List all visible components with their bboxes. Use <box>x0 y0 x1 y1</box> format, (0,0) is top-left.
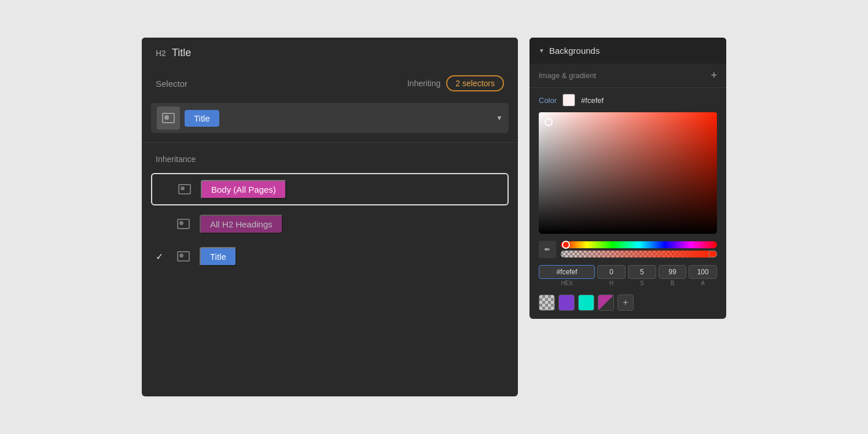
add-background-button[interactable]: + <box>711 69 717 82</box>
title-icon <box>177 251 190 262</box>
selector-icon <box>162 113 175 123</box>
color-hex-display: #fcefef <box>581 96 604 105</box>
panel-header: H2 Title <box>142 38 518 68</box>
inheritance-section: Inheritance ✓ Body (All Pages) ✓ All H2 … <box>142 142 518 286</box>
body-icon <box>178 184 191 194</box>
image-gradient-row: Image & gradient + <box>529 64 726 88</box>
s-label: S <box>640 280 644 286</box>
title-badge-button[interactable]: Title <box>200 247 237 266</box>
chevron-down-icon: ▼ <box>496 114 503 122</box>
backgrounds-title: Backgrounds <box>549 46 717 56</box>
inh-icon-body <box>174 179 195 200</box>
opacity-overlay <box>561 251 717 258</box>
opacity-end-box <box>709 251 717 258</box>
panel-title: Title <box>172 47 191 59</box>
b-label: B <box>671 280 675 286</box>
opacity-slider[interactable] <box>561 251 717 258</box>
sliders-row: ✒ <box>529 238 726 263</box>
b-field: B <box>659 265 687 286</box>
selectors-badge-button[interactable]: 2 selectors <box>446 75 504 91</box>
swatches-row: + <box>529 289 726 319</box>
selector-right: Inheriting 2 selectors <box>407 75 504 91</box>
hex-input[interactable] <box>539 265 595 279</box>
hsba-row: HEX H S B A <box>529 263 726 289</box>
swatch-magenta[interactable] <box>598 295 614 311</box>
h-input[interactable] <box>597 265 626 279</box>
h-label: H <box>609 280 613 286</box>
hex-label: HEX <box>561 280 573 286</box>
s-input[interactable] <box>628 265 656 279</box>
picker-handle[interactable] <box>545 118 553 126</box>
sliders-column <box>561 241 717 258</box>
hue-slider[interactable] <box>561 241 717 248</box>
color-swatch[interactable] <box>562 94 575 106</box>
check-icon-title: ✓ <box>156 251 167 262</box>
selector-row: Selector Inheriting 2 selectors <box>142 68 518 103</box>
color-label: Color <box>539 96 557 105</box>
add-swatch-button[interactable]: + <box>617 295 634 311</box>
color-picker-canvas[interactable] <box>539 112 717 234</box>
selector-picker[interactable]: Title ▼ <box>151 103 509 133</box>
hex-field: HEX <box>539 265 595 286</box>
eyedropper-icon: ✒ <box>544 245 551 254</box>
s-field: S <box>628 265 656 286</box>
color-dark-layer <box>539 112 717 234</box>
inheriting-label: Inheriting <box>407 79 441 88</box>
image-gradient-label: Image & gradient <box>539 71 596 80</box>
a-field: A <box>689 265 717 286</box>
h2-badge: H2 <box>156 49 166 58</box>
triangle-icon: ▼ <box>539 47 545 54</box>
a-input[interactable] <box>689 265 717 279</box>
h2-icon <box>177 219 190 229</box>
inheritance-item-body[interactable]: ✓ Body (All Pages) <box>151 173 509 205</box>
body-badge-button[interactable]: Body (All Pages) <box>201 180 286 199</box>
hue-thumb <box>562 241 570 249</box>
swatch-cyan[interactable] <box>578 295 594 311</box>
h2-badge-button[interactable]: All H2 Headings <box>200 215 283 234</box>
selector-icon-box <box>157 106 180 130</box>
color-row: Color #fcefef <box>529 88 726 112</box>
swatch-transparent[interactable] <box>539 295 555 311</box>
right-panel: ▼ Backgrounds Image & gradient + Color #… <box>529 38 726 319</box>
left-panel: H2 Title Selector Inheriting 2 selectors… <box>142 38 518 396</box>
eyedropper-button[interactable]: ✒ <box>539 241 556 258</box>
h-field: H <box>597 265 626 286</box>
inheritance-title: Inheritance <box>151 155 509 173</box>
right-panel-header: ▼ Backgrounds <box>529 38 726 64</box>
inh-icon-h2 <box>173 214 194 234</box>
inheritance-item-title[interactable]: ✓ Title <box>151 242 509 270</box>
selector-name-button[interactable]: Title <box>185 110 219 127</box>
inheritance-item-h2[interactable]: ✓ All H2 Headings <box>151 210 509 238</box>
inh-icon-title <box>173 246 194 267</box>
a-label: A <box>701 280 705 286</box>
swatch-purple[interactable] <box>558 295 575 311</box>
b-input[interactable] <box>659 265 687 279</box>
selector-label: Selector <box>156 79 187 89</box>
